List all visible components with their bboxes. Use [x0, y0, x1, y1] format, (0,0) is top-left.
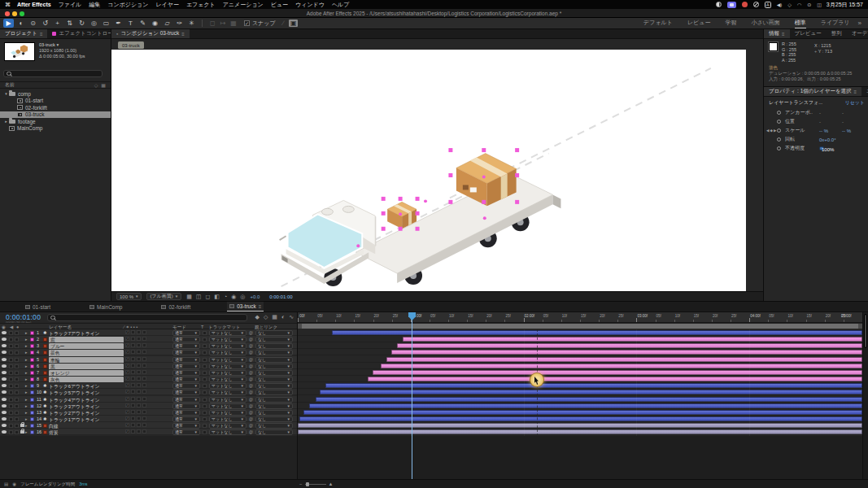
solo-toggle[interactable] [15, 403, 19, 409]
ime-icon[interactable] [727, 2, 736, 8]
timeline-zoom-slider[interactable]: − ▲ [299, 481, 333, 486]
visibility-toggle[interactable] [2, 329, 7, 336]
matte-toggle[interactable] [203, 429, 207, 435]
graph-editor-icon[interactable]: ∿ [289, 314, 294, 320]
reset-link[interactable]: リセット [844, 99, 865, 107]
parent-dropdown[interactable]: なし▼ [255, 416, 293, 422]
expand-arrow-icon[interactable]: ▸ [25, 429, 28, 435]
pickwhip-icon[interactable]: @ [249, 329, 253, 336]
menu-item-ファイル[interactable]: ファイル [59, 2, 82, 7]
mode-dropdown[interactable]: 通常▼ [172, 390, 200, 395]
layer-duration-bar[interactable] [373, 370, 862, 375]
label-color-chip[interactable] [30, 349, 34, 355]
orbit-tool[interactable]: ↺ [40, 19, 50, 28]
layer-switches[interactable]: ∕ [125, 429, 146, 434]
tab-プレビュー[interactable]: プレビュー [790, 29, 827, 38]
parent-dropdown[interactable]: なし▼ [255, 350, 293, 355]
layer-row-11[interactable]: ▸11✱トラック4アウトライン∕通常▼マットなし▼@なし▼ [0, 396, 297, 403]
layer-row-13[interactable]: ▸13✱トラック2アウトライン∕通常▼マットなし▼@なし▼ [0, 409, 297, 416]
expand-arrow-icon[interactable]: ▸ [25, 382, 28, 389]
layer-switches[interactable]: ∕ [125, 390, 146, 394]
layer-duration-bar[interactable] [386, 357, 862, 362]
parent-dropdown[interactable]: なし▼ [255, 397, 293, 403]
show-channel-icon[interactable]: ◉ [231, 294, 236, 300]
audio-toggle[interactable] [9, 389, 13, 395]
tab-情報[interactable]: 情報≡ [764, 29, 790, 38]
visibility-toggle[interactable] [2, 429, 7, 435]
trackmatte-dropdown[interactable]: マットなし▼ [209, 377, 246, 382]
zoom-in-icon[interactable]: ▲ [329, 481, 334, 486]
pickwhip-icon[interactable]: @ [249, 429, 253, 435]
layer-row-8[interactable]: ▸8灰色∕通常▼マットなし▼@なし▼ [0, 376, 297, 382]
trackmatte-dropdown[interactable]: マットなし▼ [209, 416, 246, 422]
layer-switches[interactable]: ∕ [125, 410, 146, 414]
audio-toggle[interactable] [9, 342, 13, 349]
menu-item-ウィンドウ[interactable]: ウィンドウ [295, 2, 325, 7]
layer-switches[interactable]: ∕ [125, 337, 146, 341]
expand-arrow-icon[interactable]: ▸ [25, 422, 28, 429]
layer-duration-bar[interactable] [325, 383, 862, 388]
matte-toggle[interactable] [203, 342, 207, 349]
trackmatte-dropdown[interactable]: マットなし▼ [209, 429, 246, 435]
transparency-grid-icon[interactable]: ◧ [214, 294, 220, 300]
layer-switches[interactable]: ∕ [125, 397, 146, 401]
time-ruler[interactable]: :00f05f10f15f20f25f01:00f05f10f15f20f25f… [298, 312, 862, 323]
expand-arrow-icon[interactable]: ▸ [25, 349, 28, 355]
parent-dropdown[interactable]: なし▼ [255, 410, 293, 416]
selection-tool[interactable]: ▶ [3, 19, 14, 28]
menu-item-ヘルプ[interactable]: ヘルプ [332, 2, 350, 7]
visibility-toggle[interactable] [2, 356, 7, 363]
expand-arrow-icon[interactable]: ▸ [25, 389, 28, 395]
matte-toggle[interactable] [203, 349, 207, 355]
expand-arrow-icon[interactable]: ▸ [25, 416, 28, 422]
project-columns-header[interactable]: 名前 ◇ ▦ [0, 81, 111, 89]
solo-toggle[interactable] [15, 416, 19, 422]
audio-toggle[interactable] [9, 382, 13, 389]
timeline-search-input[interactable] [47, 314, 247, 321]
property-value[interactable]: - [842, 120, 844, 124]
control-center-icon[interactable]: ◫ [817, 2, 822, 7]
project-item-03-truck[interactable]: 03-truck [0, 111, 111, 119]
layer-switches[interactable]: ∕ [125, 403, 146, 407]
project-item-comp[interactable]: ▾comp [0, 90, 111, 98]
label-color-chip[interactable] [30, 422, 34, 429]
expand-arrow-icon[interactable]: ▸ [25, 356, 28, 363]
pickwhip-icon[interactable]: @ [249, 342, 253, 349]
mode-dropdown[interactable]: 通常▼ [172, 343, 200, 349]
expand-arrow-icon[interactable]: ▸ [25, 336, 28, 342]
puppet-pin-tool[interactable]: ✳ [186, 19, 197, 28]
solo-toggle[interactable] [15, 369, 19, 376]
trackmatte-dropdown[interactable]: マットなし▼ [209, 357, 246, 363]
app-menu[interactable]: After Effects [17, 2, 51, 7]
parent-dropdown[interactable]: なし▼ [255, 337, 293, 342]
trackmatte-dropdown[interactable]: マットなし▼ [209, 364, 246, 369]
mode-dropdown[interactable]: 通常▼ [172, 429, 200, 435]
pickwhip-icon[interactable]: @ [249, 382, 253, 389]
parent-dropdown[interactable]: なし▼ [255, 364, 293, 369]
layer-switches[interactable]: ∕ [125, 383, 146, 387]
layer-row-5[interactable]: ▸5車輪∕通常▼マットなし▼@なし▼ [0, 356, 297, 363]
solo-toggle[interactable] [15, 349, 19, 355]
comp-flowchart-icon[interactable]: ◆ [255, 314, 259, 320]
project-item-01-start[interactable]: 01-start [0, 98, 111, 105]
parent-dropdown[interactable]: なし▼ [255, 429, 293, 435]
matte-toggle[interactable] [203, 389, 207, 395]
panel-menu-icon[interactable]: ≡ [40, 32, 43, 37]
wifi-icon[interactable]: ◠ [797, 2, 801, 7]
project-item-footage[interactable]: ▸footage [0, 118, 111, 125]
layer-duration-bar[interactable] [316, 397, 862, 402]
keyframe-nav-icons[interactable]: ◀◆▶ [766, 129, 777, 133]
flowchart-icon[interactable]: ▦ [101, 82, 106, 88]
trackmatte-dropdown[interactable]: マットなし▼ [209, 343, 246, 349]
parent-dropdown[interactable]: なし▼ [255, 343, 293, 349]
audio-toggle[interactable] [9, 336, 13, 342]
visibility-toggle[interactable] [2, 409, 7, 416]
solo-toggle[interactable] [15, 342, 19, 349]
stopwatch-icon[interactable] [777, 120, 781, 124]
property-value[interactable]: - [819, 111, 821, 115]
matte-toggle[interactable] [203, 363, 207, 369]
audio-toggle[interactable] [9, 369, 13, 376]
audio-toggle[interactable] [9, 403, 13, 409]
matte-toggle[interactable] [203, 376, 207, 382]
pickwhip-icon[interactable]: @ [249, 376, 253, 382]
